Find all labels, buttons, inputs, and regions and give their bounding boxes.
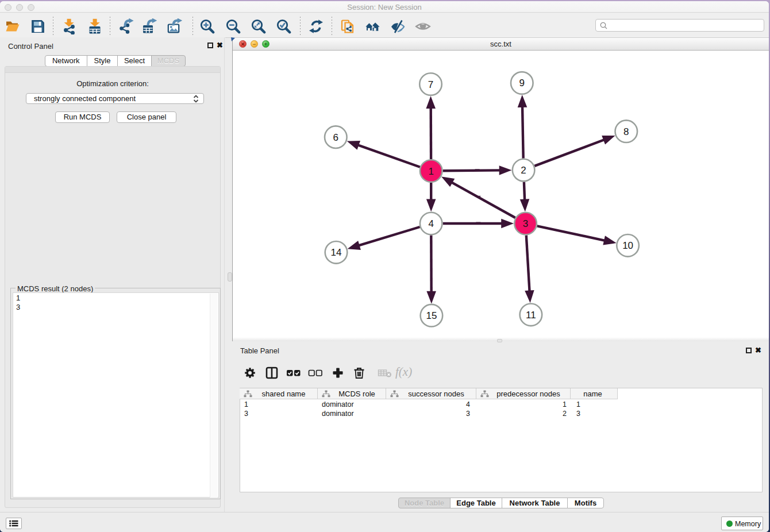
svg-text:14: 14: [331, 247, 342, 258]
svg-text:7: 7: [428, 79, 433, 90]
svg-text:15: 15: [426, 310, 437, 321]
svg-text:3: 3: [523, 218, 528, 229]
svg-text:2: 2: [521, 165, 526, 176]
svg-text:11: 11: [526, 310, 536, 321]
svg-text:9: 9: [519, 78, 525, 88]
svg-text:1: 1: [428, 166, 433, 177]
svg-text:10: 10: [622, 240, 633, 251]
svg-text:8: 8: [623, 126, 629, 137]
svg-text:4: 4: [428, 218, 433, 229]
svg-text:6: 6: [333, 132, 338, 143]
